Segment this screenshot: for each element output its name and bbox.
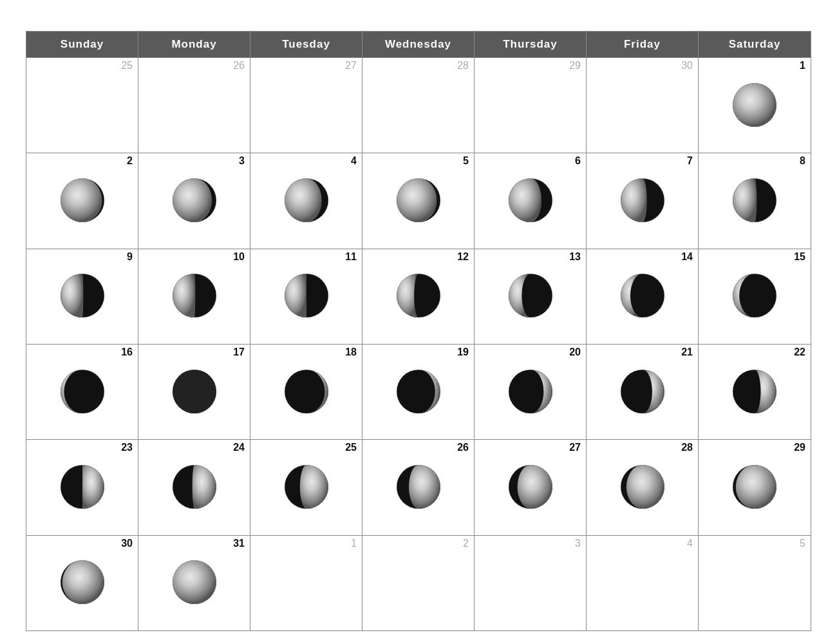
day-number: 7 bbox=[687, 156, 693, 166]
day-header-saturday: Saturday bbox=[699, 32, 811, 57]
moon-phase-icon bbox=[283, 368, 330, 417]
calendar-cell[interactable]: 7 bbox=[587, 153, 699, 248]
svg-point-2 bbox=[733, 83, 776, 127]
day-number: 30 bbox=[121, 538, 133, 549]
day-number: 26 bbox=[233, 61, 245, 71]
day-number: 4 bbox=[687, 538, 693, 549]
svg-point-50 bbox=[173, 370, 216, 413]
calendar-grid-container: SundayMondayTuesdayWednesdayThursdayFrid… bbox=[26, 31, 811, 631]
calendar-cell[interactable]: 25 bbox=[26, 58, 138, 153]
moon-phase-icon bbox=[731, 177, 778, 226]
day-number: 31 bbox=[233, 538, 245, 549]
calendar-cell[interactable]: 16 bbox=[26, 345, 138, 439]
day-number: 29 bbox=[569, 61, 581, 71]
calendar-cell[interactable]: 17 bbox=[138, 345, 250, 439]
moon-phase-icon bbox=[619, 368, 666, 417]
calendar-cell[interactable]: 29 bbox=[699, 440, 811, 535]
calendar-week-5: 30 31 bbox=[26, 535, 811, 630]
calendar-week-1: 2 3 bbox=[26, 153, 811, 248]
day-number: 2 bbox=[127, 156, 133, 166]
calendar-cell[interactable]: 10 bbox=[138, 249, 250, 344]
moon-phase-icon bbox=[731, 272, 778, 321]
calendar-cell[interactable]: 3 bbox=[475, 536, 587, 630]
moon-phase-icon bbox=[731, 82, 778, 131]
moon-phase-icon bbox=[171, 272, 218, 321]
calendar-cell[interactable]: 4 bbox=[250, 153, 362, 248]
moon-phase-icon bbox=[395, 272, 442, 321]
day-number: 3 bbox=[575, 538, 581, 549]
day-number: 30 bbox=[681, 61, 693, 71]
day-number: 26 bbox=[457, 442, 469, 453]
day-number: 16 bbox=[121, 347, 133, 357]
day-number: 13 bbox=[569, 252, 581, 262]
calendar-week-3: 16 17 bbox=[26, 344, 811, 439]
calendar-cell[interactable]: 31 bbox=[138, 536, 250, 630]
calendar-cell[interactable]: 22 bbox=[699, 345, 811, 439]
moon-phase-icon bbox=[507, 272, 554, 321]
calendar-cell[interactable]: 1 bbox=[250, 536, 362, 630]
calendar-cell[interactable]: 9 bbox=[26, 249, 138, 344]
day-number: 18 bbox=[345, 347, 357, 357]
calendar-cell[interactable]: 4 bbox=[587, 536, 699, 630]
calendar-cell[interactable]: 5 bbox=[699, 536, 811, 630]
moon-phase-icon bbox=[59, 368, 106, 417]
calendar-cell[interactable]: 28 bbox=[362, 58, 475, 153]
day-number: 15 bbox=[794, 252, 805, 262]
calendar-cell[interactable]: 26 bbox=[138, 58, 250, 153]
calendar-cell[interactable]: 23 bbox=[26, 440, 138, 535]
moon-phase-icon bbox=[507, 368, 554, 417]
day-number: 4 bbox=[351, 156, 357, 166]
day-number: 29 bbox=[794, 442, 805, 453]
moon-phase-icon bbox=[283, 464, 330, 513]
day-number: 24 bbox=[233, 442, 245, 453]
calendar-cell[interactable]: 29 bbox=[475, 58, 587, 153]
calendar-cell[interactable]: 2 bbox=[26, 153, 138, 248]
moon-phase-icon bbox=[171, 177, 218, 226]
day-header-sunday: Sunday bbox=[26, 32, 138, 57]
calendar-cell[interactable]: 21 bbox=[587, 345, 699, 439]
calendar-cell[interactable]: 15 bbox=[699, 249, 811, 344]
day-header-monday: Monday bbox=[138, 32, 250, 57]
moon-phase-icon bbox=[59, 272, 106, 321]
calendar-week-2: 9 10 bbox=[26, 249, 811, 344]
moon-phase-icon bbox=[507, 464, 554, 513]
day-number: 19 bbox=[457, 347, 469, 357]
calendar-cell[interactable]: 2 bbox=[362, 536, 475, 630]
day-number: 27 bbox=[345, 61, 357, 71]
calendar-cell[interactable]: 30 bbox=[26, 536, 138, 630]
calendar-cell[interactable]: 14 bbox=[587, 249, 699, 344]
calendar-cell[interactable]: 1 bbox=[699, 58, 811, 153]
calendar-cell[interactable]: 11 bbox=[250, 249, 362, 344]
calendar-cell[interactable]: 27 bbox=[475, 440, 587, 535]
calendar-cell[interactable]: 27 bbox=[250, 58, 362, 153]
calendar-cell[interactable]: 12 bbox=[362, 249, 475, 344]
calendar-cell[interactable]: 3 bbox=[138, 153, 250, 248]
day-number: 28 bbox=[457, 61, 469, 71]
day-header-thursday: Thursday bbox=[475, 32, 587, 57]
calendar-cell[interactable]: 26 bbox=[362, 440, 475, 535]
day-number: 28 bbox=[681, 442, 693, 453]
day-number: 8 bbox=[800, 156, 805, 166]
svg-point-92 bbox=[173, 560, 216, 604]
day-number: 5 bbox=[463, 156, 469, 166]
calendar-cell[interactable]: 30 bbox=[587, 58, 699, 153]
day-header-friday: Friday bbox=[587, 32, 699, 57]
calendar-cell[interactable]: 18 bbox=[250, 345, 362, 439]
moon-phase-icon bbox=[395, 177, 442, 226]
day-number: 6 bbox=[575, 156, 581, 166]
calendar-cell[interactable]: 5 bbox=[362, 153, 475, 248]
moon-phase-icon bbox=[283, 272, 330, 321]
day-number: 9 bbox=[127, 252, 133, 262]
calendar-cell[interactable]: 8 bbox=[699, 153, 811, 248]
day-number: 5 bbox=[800, 538, 805, 549]
calendar-cell[interactable]: 28 bbox=[587, 440, 699, 535]
calendar-cell[interactable]: 24 bbox=[138, 440, 250, 535]
calendar-cell[interactable]: 6 bbox=[475, 153, 587, 248]
calendar-cell[interactable]: 19 bbox=[362, 345, 475, 439]
moon-phase-icon bbox=[283, 177, 330, 226]
calendar-cell[interactable]: 25 bbox=[250, 440, 362, 535]
calendar-cell[interactable]: 13 bbox=[475, 249, 587, 344]
day-number: 11 bbox=[345, 252, 357, 262]
calendar-grid: 2526272829301 2 bbox=[26, 57, 811, 630]
calendar-cell[interactable]: 20 bbox=[475, 345, 587, 439]
